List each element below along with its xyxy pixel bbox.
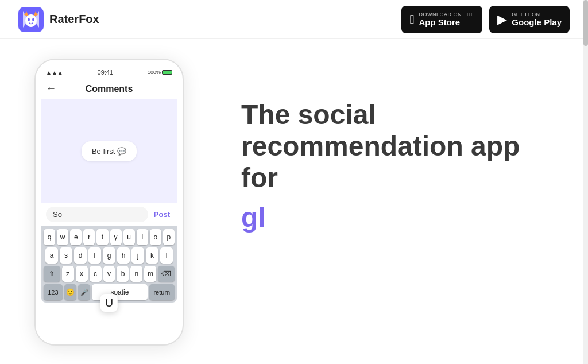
key-p[interactable]: p xyxy=(163,229,175,245)
key-i[interactable]: i xyxy=(137,229,148,245)
phone-screen-title: Comments xyxy=(86,84,133,94)
phone-mockup: ▲▲▲ 09:41 100% ← Comments Be first 💬 xyxy=(34,59,184,346)
svg-point-5 xyxy=(32,18,34,21)
battery-percent: 100% xyxy=(148,69,161,75)
app-store-sub-label: Download on the xyxy=(419,11,474,17)
key-a[interactable]: a xyxy=(45,247,58,264)
battery-icon xyxy=(162,70,172,75)
key-mic[interactable]: 🎤 xyxy=(78,284,90,300)
logo-icon xyxy=(18,7,44,32)
back-icon[interactable]: ← xyxy=(46,83,56,95)
store-buttons-group:  Download on the App Store ▶ GET IT ON … xyxy=(401,6,570,33)
logo-text: RaterFox xyxy=(49,13,99,26)
status-battery: 100% xyxy=(148,69,172,75)
key-s[interactable]: s xyxy=(60,247,72,264)
key-j[interactable]: j xyxy=(131,247,144,264)
key-v[interactable]: v xyxy=(103,266,115,282)
key-c[interactable]: c xyxy=(90,266,102,282)
hero-animated-text: gl xyxy=(241,201,554,234)
key-r[interactable]: r xyxy=(83,229,95,245)
key-y[interactable]: y xyxy=(110,229,122,245)
keyboard-row-1: q w e r t y u i o p xyxy=(44,229,175,245)
status-time: 09:41 xyxy=(98,69,114,76)
key-shift[interactable]: ⇧ xyxy=(44,266,60,282)
keyboard-row-3: ⇧ z x c v b n m ⌫ xyxy=(44,266,175,282)
main-content: ▲▲▲ 09:41 100% ← Comments Be first 💬 xyxy=(0,39,588,364)
key-q[interactable]: q xyxy=(44,229,55,245)
phone-input-field[interactable]: So xyxy=(46,207,148,222)
scrollbar[interactable] xyxy=(583,0,588,364)
input-value: So xyxy=(53,210,62,219)
chat-bubble-text: Be first 💬 xyxy=(92,147,126,156)
google-play-sub-label: GET IT ON xyxy=(512,11,562,17)
phone-chat-area: Be first 💬 xyxy=(41,99,177,203)
google-play-name-label: Google Play xyxy=(512,17,562,28)
key-t[interactable]: t xyxy=(96,229,108,245)
key-g[interactable]: g xyxy=(103,247,115,264)
apple-icon:  xyxy=(409,13,414,26)
phone-status-bar: ▲▲▲ 09:41 100% xyxy=(41,69,177,80)
key-l[interactable]: l xyxy=(160,247,173,264)
chat-bubble: Be first 💬 xyxy=(82,141,137,161)
google-play-button[interactable]: ▶ GET IT ON Google Play xyxy=(489,6,570,33)
key-u[interactable]: u xyxy=(123,229,135,245)
key-n[interactable]: n xyxy=(130,266,142,282)
header: RaterFox  Download on the App Store ▶ G… xyxy=(0,0,588,39)
key-f[interactable]: f xyxy=(88,247,101,264)
hero-main-text: The social recommendation app for xyxy=(241,99,554,194)
phone-input-area: So U Post xyxy=(41,203,177,226)
key-x[interactable]: x xyxy=(76,266,88,282)
key-return[interactable]: return xyxy=(149,284,175,300)
svg-point-4 xyxy=(28,18,30,21)
key-o[interactable]: o xyxy=(150,229,161,245)
key-w[interactable]: w xyxy=(57,229,68,245)
key-d[interactable]: d xyxy=(74,247,87,264)
google-play-text: GET IT ON Google Play xyxy=(512,11,562,28)
key-numbers[interactable]: 123 xyxy=(44,284,63,300)
svg-point-3 xyxy=(25,14,37,27)
phone-container: ▲▲▲ 09:41 100% ← Comments Be first 💬 xyxy=(34,59,195,346)
hero-text-section: The social recommendation app for gl xyxy=(241,53,554,234)
key-b[interactable]: b xyxy=(117,266,129,282)
app-store-button[interactable]:  Download on the App Store xyxy=(401,6,482,33)
key-h[interactable]: h xyxy=(117,247,130,264)
key-emoji[interactable]: 🙂 xyxy=(64,284,76,300)
phone-nav: ← Comments xyxy=(41,80,177,99)
post-button[interactable]: Post xyxy=(152,210,172,219)
logo-area: RaterFox xyxy=(18,7,99,32)
keyboard-row-2: a s d f g h j k l xyxy=(44,247,175,264)
key-m[interactable]: m xyxy=(144,266,156,282)
play-icon: ▶ xyxy=(497,13,507,26)
app-store-name-label: App Store xyxy=(419,17,474,28)
key-k[interactable]: k xyxy=(146,247,158,264)
scrollbar-thumb[interactable] xyxy=(583,0,588,46)
phone-keyboard[interactable]: q w e r t y u i o p a s d f g xyxy=(41,226,177,303)
key-z[interactable]: z xyxy=(62,266,74,282)
key-e[interactable]: e xyxy=(70,229,82,245)
status-signal: ▲▲▲ xyxy=(46,69,63,76)
key-delete[interactable]: ⌫ xyxy=(158,266,175,282)
app-store-text: Download on the App Store xyxy=(419,11,474,28)
keyboard-popup: U xyxy=(100,294,118,312)
